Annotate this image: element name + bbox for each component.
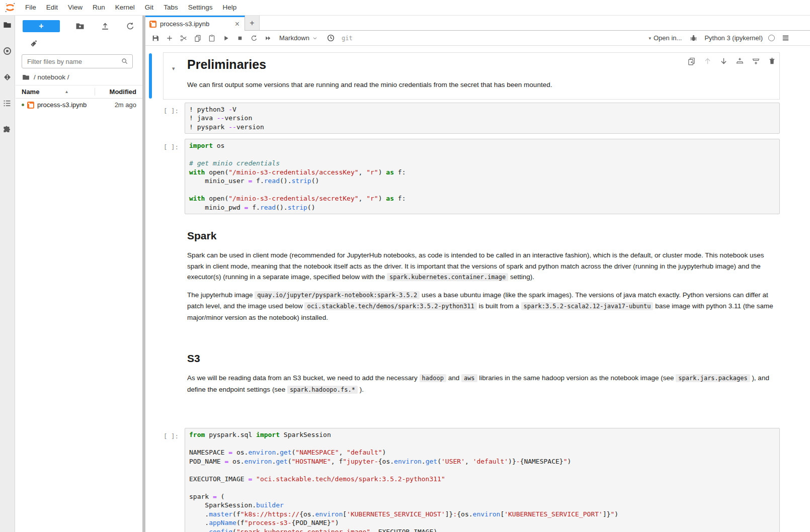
breadcrumb-path[interactable]: / notebook / [34,73,69,81]
code-editor[interactable]: ! python3 -V! java --version! pyspark --… [185,103,780,134]
new-launcher-button[interactable]: + [23,20,60,32]
rendered-markdown[interactable]: PreliminariesWe can first output some ve… [163,52,780,100]
file-row[interactable]: process-s3.ipynb 2m ago [16,99,142,111]
cell-collapser[interactable] [149,53,152,99]
refresh-file-list-icon[interactable] [125,21,135,31]
breadcrumb[interactable]: / notebook / [22,73,136,81]
duplicate-cell-icon[interactable] [687,57,696,65]
upload-icon[interactable] [100,21,110,31]
main-area: process-s3.ipynb × + [145,16,810,532]
menu-settings[interactable]: Settings [183,0,218,15]
file-modified: 2m ago [115,101,136,109]
git-clone-icon[interactable] [30,39,38,48]
run-cell-button[interactable] [219,32,232,44]
cell-list: ▾PreliminariesWe can first output some v… [145,46,810,532]
caret-down-icon: ▾ [649,36,651,41]
kernel-status-icon[interactable] [768,35,775,41]
markdown-heading: Spark [187,229,774,242]
interrupt-kernel-button[interactable] [233,32,247,44]
git-clone-row [30,39,142,48]
menu-git[interactable]: Git [140,0,158,15]
paste-cells-button[interactable] [205,32,218,44]
copy-cells-button[interactable] [191,32,204,44]
debugger-bug-icon[interactable] [689,34,698,42]
file-name: process-s3.ipynb [37,101,112,109]
chevron-down-icon [312,35,318,41]
code-editor[interactable]: import os # get minio credentialswith op… [185,139,780,214]
markdown-heading: Preliminaries [187,57,774,72]
tab-title: process-s3.ipynb [160,20,230,28]
menu-run[interactable]: Run [88,0,110,15]
markdown-cell[interactable]: SparkSpark can be used in client mode (r… [145,225,780,332]
file-browser-panel: + / notebook / [16,16,142,532]
restart-kernel-button[interactable] [247,32,261,44]
insert-cell-button[interactable] [163,32,176,44]
extensions-icon[interactable] [3,125,12,134]
open-in-label: Open in... [654,34,682,42]
git-panel-icon[interactable] [3,72,12,82]
kernel-running-dot [22,104,24,106]
cell-input-prompt: [ ]: [164,432,179,440]
notebook-scroll-area[interactable]: ▾PreliminariesWe can first output some v… [145,46,810,532]
cell-collapser[interactable] [149,104,152,133]
rendered-markdown[interactable]: S3As we will be reading data from an S3 … [163,347,780,404]
notebook-file-icon [27,102,34,109]
tab-bar: process-s3.ipynb × + [145,16,810,31]
markdown-heading: S3 [187,352,774,365]
markdown-cell[interactable]: S3As we will be reading data from an S3 … [145,347,780,404]
file-list-header: Name ▲ Modified [16,85,142,99]
cell-collapser[interactable] [149,226,152,331]
cell-type-value: Markdown [279,34,309,42]
cell-type-dropdown[interactable]: Markdown [279,34,318,42]
cell-collapser[interactable] [149,429,152,532]
menu-view[interactable]: View [63,0,88,15]
cell-collapser[interactable] [149,140,152,213]
menu-file[interactable]: File [20,0,41,15]
open-in-dropdown[interactable]: ▾ Open in... [649,34,682,42]
markdown-paragraph: As we will be reading data from an S3 bu… [187,373,774,395]
new-folder-icon[interactable] [75,21,85,31]
notebook-tools-hamburger-icon[interactable] [781,34,790,42]
insert-cell-above-icon[interactable] [736,57,744,65]
move-cell-down-icon[interactable] [719,57,728,65]
table-of-contents-icon[interactable] [3,99,12,108]
menu-kernel[interactable]: Kernel [110,0,140,15]
cell-input-prompt: [ ]: [164,107,179,115]
rendered-markdown[interactable]: SparkSpark can be used in client mode (r… [163,225,780,332]
insert-cell-below-icon[interactable] [752,57,760,65]
new-tab-button[interactable]: + [245,16,260,30]
cut-cells-button[interactable] [177,32,190,44]
menu-bar: File Edit View Run Kernel Git Tabs Setti… [0,0,810,16]
home-folder-icon[interactable] [22,73,30,81]
activity-bar [0,16,15,532]
code-cell[interactable]: [ ]:from pyspark.sql import SparkSession… [145,428,780,532]
delete-cell-icon[interactable] [768,57,776,65]
code-cell[interactable]: [ ]:! python3 -V! java --version! pyspar… [145,103,780,134]
tab-process-s3[interactable]: process-s3.ipynb × [145,16,245,31]
move-cell-up-icon[interactable] [703,57,712,65]
markdown-cell[interactable]: ▾PreliminariesWe can first output some v… [145,52,780,100]
kernel-name-button[interactable]: Python 3 (ipykernel) [704,34,763,42]
code-editor[interactable]: from pyspark.sql import SparkSession NAM… [185,428,780,532]
menu-tabs[interactable]: Tabs [158,0,183,15]
restart-run-all-button[interactable] [261,32,275,44]
markdown-paragraph: The jupyterhub image quay.io/jupyter/pys… [187,290,774,323]
column-header-modified[interactable]: Modified [95,88,136,96]
file-browser-icon[interactable] [3,20,12,30]
menu-edit[interactable]: Edit [41,0,63,15]
code-cell[interactable]: [ ]:import os # get minio credentialswit… [145,139,780,214]
close-tab-icon[interactable]: × [234,20,240,28]
cell-toolbar [687,57,776,65]
notebook-toolbar: Markdown git ▾ Open in... Python 3 (ipyk… [145,31,810,46]
jupyterhub-logo-icon [4,2,16,14]
filter-files-input[interactable] [22,54,133,68]
column-header-name[interactable]: Name ▲ [22,88,95,96]
menu-help[interactable]: Help [217,0,241,15]
git-status-label: git [342,35,353,42]
search-icon [121,57,129,65]
jupyterlab-window: File Edit View Run Kernel Git Tabs Setti… [0,0,810,532]
save-button[interactable] [148,32,162,44]
running-kernels-icon[interactable] [3,46,12,56]
file-browser-toolbar: + [23,20,135,32]
cell-collapser[interactable] [149,348,152,403]
